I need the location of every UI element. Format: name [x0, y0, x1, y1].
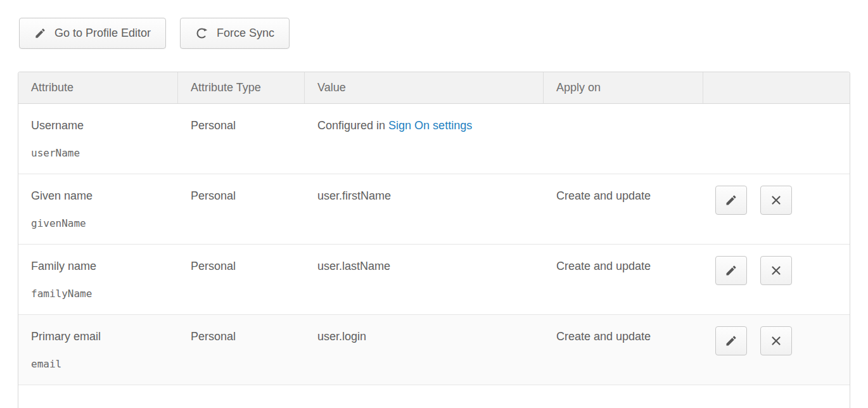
header-actions [703, 72, 850, 103]
actions-cell [703, 174, 850, 244]
value-expression: user.login [317, 330, 366, 343]
apply-on-value: Create and update [556, 330, 651, 343]
toolbar: Go to Profile Editor Force Sync [19, 18, 290, 49]
table-body: Username userName Personal Configured in… [18, 104, 850, 385]
attribute-type-value: Personal [191, 260, 236, 272]
apply-on-cell: Create and update [544, 245, 703, 314]
attribute-variable-name: userName [31, 147, 172, 159]
table-row: Username userName Personal Configured in… [18, 104, 850, 174]
pencil-icon [725, 264, 737, 277]
apply-on-cell [544, 104, 703, 174]
attribute-variable-name: familyName [31, 288, 172, 300]
attribute-mapping-table: Attribute Attribute Type Value Apply on … [18, 72, 850, 408]
value-expression: user.lastName [317, 260, 390, 272]
table-row: Primary email email Personal user.login … [18, 315, 850, 385]
sign-on-settings-link[interactable]: Sign On settings [388, 119, 472, 132]
delete-attribute-button[interactable] [760, 186, 792, 215]
attribute-type-value: Personal [191, 189, 236, 202]
table-row: Given name givenName Personal user.first… [18, 174, 850, 245]
attribute-type-cell: Personal [178, 104, 305, 174]
apply-on-cell: Create and update [544, 174, 703, 244]
header-apply-on: Apply on [544, 72, 703, 103]
attribute-variable-name: givenName [31, 217, 172, 229]
attribute-type-value: Personal [191, 330, 236, 343]
attribute-label: Username [31, 119, 172, 132]
edit-attribute-button[interactable] [715, 326, 747, 355]
value-prefix-text: Configured in [317, 119, 388, 132]
attribute-type-value: Personal [191, 119, 236, 132]
value-cell: Configured in Sign On settings [305, 104, 544, 174]
apply-on-value: Create and update [556, 260, 651, 272]
go-to-profile-editor-label: Go to Profile Editor [54, 27, 151, 40]
apply-on-value: Create and update [556, 189, 651, 202]
close-icon [770, 194, 782, 207]
pencil-icon [725, 194, 737, 207]
apply-on-cell: Create and update [544, 315, 703, 385]
header-value: Value [305, 72, 544, 103]
delete-attribute-button[interactable] [760, 256, 792, 285]
force-sync-button[interactable]: Force Sync [180, 18, 290, 49]
force-sync-label: Force Sync [217, 27, 274, 40]
go-to-profile-editor-button[interactable]: Go to Profile Editor [19, 18, 166, 49]
attribute-cell: Family name familyName [18, 245, 178, 314]
refresh-icon [195, 27, 208, 40]
attribute-variable-name: email [31, 358, 172, 370]
close-icon [770, 335, 782, 347]
attribute-cell: Primary email email [18, 315, 178, 385]
edit-attribute-button[interactable] [715, 186, 747, 215]
pencil-icon [34, 27, 46, 39]
actions-cell [703, 315, 850, 385]
value-cell: user.lastName [305, 245, 544, 314]
attribute-label: Family name [31, 260, 172, 272]
edit-attribute-button[interactable] [715, 256, 747, 285]
value-cell: user.login [305, 315, 544, 385]
attribute-label: Given name [31, 189, 172, 202]
attribute-cell: Username userName [18, 104, 178, 174]
delete-attribute-button[interactable] [760, 326, 792, 355]
attribute-cell: Given name givenName [18, 174, 178, 244]
table-header-row: Attribute Attribute Type Value Apply on [18, 72, 850, 104]
pencil-icon [725, 335, 737, 347]
attribute-label: Primary email [31, 330, 172, 343]
header-attribute-type: Attribute Type [178, 72, 305, 103]
attribute-type-cell: Personal [178, 245, 305, 314]
actions-cell [703, 245, 850, 314]
header-attribute: Attribute [18, 72, 178, 103]
close-icon [770, 264, 782, 277]
attribute-type-cell: Personal [178, 174, 305, 244]
value-expression: user.firstName [317, 189, 391, 202]
table-row: Family name familyName Personal user.las… [18, 245, 850, 315]
actions-cell [703, 104, 850, 174]
attribute-type-cell: Personal [178, 315, 305, 385]
value-cell: user.firstName [305, 174, 544, 244]
